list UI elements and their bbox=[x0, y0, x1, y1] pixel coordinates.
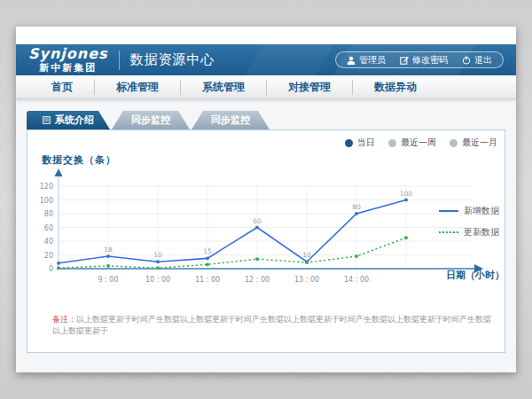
x-tick-label: 11 : 00 bbox=[195, 276, 220, 284]
x-tick-label: 10 : 00 bbox=[145, 276, 170, 284]
legend-item-new-data[interactable]: 新增数据 bbox=[439, 205, 499, 217]
logout-label: 退出 bbox=[474, 54, 492, 66]
y-tick-label: 120 bbox=[40, 183, 53, 191]
legend-item-updated-data[interactable]: 更新数据 bbox=[439, 226, 499, 239]
edit-icon bbox=[400, 56, 409, 65]
legend-label: 新增数据 bbox=[464, 205, 499, 217]
content-area: 系统介绍 同步监控 同步监控 当日 最近一周 bbox=[16, 99, 516, 372]
chart-legend: 新增数据 更新数据 bbox=[439, 205, 499, 247]
x-tick-label: 9 : 00 bbox=[98, 276, 118, 284]
brand-logo: Synjones 新中新集团 bbox=[28, 47, 108, 73]
header-divider bbox=[119, 51, 120, 70]
data-point bbox=[57, 267, 59, 270]
data-point-label: 18 bbox=[104, 246, 113, 254]
tab-label: 系统介绍 bbox=[55, 113, 94, 127]
data-point bbox=[404, 199, 407, 201]
nav-item-home[interactable]: 首页 bbox=[30, 80, 94, 95]
admin-menu-button[interactable]: 管理员 bbox=[340, 54, 393, 66]
data-point bbox=[206, 257, 208, 260]
data-point bbox=[206, 263, 208, 266]
brand-wordmark: Synjones bbox=[28, 47, 108, 61]
footnote-prefix: 备注： bbox=[52, 315, 76, 324]
data-point-label: 10 bbox=[302, 251, 311, 259]
y-tick-label: 20 bbox=[44, 252, 53, 260]
nav-item-system-management[interactable]: 系统管理 bbox=[180, 80, 266, 95]
nav-item-data-changes[interactable]: 数据异动 bbox=[352, 80, 438, 95]
y-tick-label: 60 bbox=[44, 224, 53, 232]
top-strip bbox=[16, 27, 516, 44]
data-point bbox=[305, 261, 308, 263]
data-point-label: 80 bbox=[352, 203, 361, 211]
nav-item-interface-management[interactable]: 对接管理 bbox=[266, 80, 352, 95]
logout-button[interactable]: 退出 bbox=[455, 54, 499, 66]
user-toolbar: 管理员 修改密码 退出 bbox=[335, 51, 504, 68]
legend-label: 更新数据 bbox=[464, 226, 499, 239]
footnote: 备注：以上数据更新于时间产生数据以上数据更新于时间产生数据以上数据更新于时间产生… bbox=[52, 314, 497, 336]
tab-system-intro[interactable]: 系统介绍 bbox=[27, 111, 110, 129]
data-point bbox=[355, 254, 357, 257]
change-password-label: 修改密码 bbox=[412, 54, 448, 66]
data-point-label: 10 bbox=[153, 251, 162, 259]
data-point bbox=[106, 254, 109, 257]
y-tick-label: 40 bbox=[44, 238, 53, 246]
form-icon bbox=[43, 116, 51, 124]
change-password-button[interactable]: 修改密码 bbox=[393, 54, 455, 66]
data-point bbox=[106, 264, 109, 267]
line-chart: 0204060801001209 : 0010 : 0011 : 0012 : … bbox=[27, 130, 505, 294]
footnote-text: 以上数据更新于时间产生数据以上数据更新于时间产生数据以上数据更新于时间产生数据以… bbox=[52, 315, 491, 335]
app-title: 数据资源中心 bbox=[130, 51, 215, 68]
y-tick-label: 0 bbox=[49, 265, 53, 273]
logout-icon bbox=[462, 56, 471, 65]
arrow-up-icon bbox=[55, 168, 63, 176]
desktop-background: Synjones 新中新集团 数据资源中心 管理员 修改密码 bbox=[0, 0, 532, 399]
data-point bbox=[57, 262, 59, 264]
tab-label: 同步监控 bbox=[131, 113, 170, 127]
app-window: Synjones 新中新集团 数据资源中心 管理员 修改密码 bbox=[16, 27, 516, 372]
x-tick-label: 13 : 00 bbox=[294, 276, 319, 284]
data-point bbox=[404, 236, 407, 239]
nav-item-standard-management[interactable]: 标准管理 bbox=[94, 80, 180, 95]
tab-sync-monitor-1[interactable]: 同步监控 bbox=[112, 111, 190, 129]
data-point bbox=[355, 212, 357, 215]
data-point bbox=[156, 267, 159, 270]
x-axis-title: 日期（小时） bbox=[446, 269, 505, 282]
x-tick-label: 12 : 00 bbox=[245, 276, 270, 284]
data-point bbox=[255, 226, 258, 229]
data-point-label: 15 bbox=[203, 247, 212, 255]
y-tick-label: 100 bbox=[40, 197, 53, 205]
brand-chinese-name: 新中新集团 bbox=[28, 63, 108, 73]
solid-line-swatch bbox=[439, 210, 458, 212]
data-point-label: 60 bbox=[253, 217, 262, 225]
app-header: Synjones 新中新集团 数据资源中心 管理员 修改密码 bbox=[16, 44, 516, 75]
data-point bbox=[255, 257, 258, 260]
data-point-label: 100 bbox=[400, 190, 413, 198]
tab-label: 同步监控 bbox=[211, 113, 250, 127]
x-tick-label: 14 : 00 bbox=[344, 276, 369, 284]
tab-sync-monitor-2[interactable]: 同步监控 bbox=[192, 111, 270, 129]
chart-panel: 当日 最近一周 最近一月 数据交换（条） 0204060801001209 : … bbox=[27, 129, 505, 353]
dotted-line-swatch bbox=[439, 231, 458, 233]
main-navigation: 首页 标准管理 系统管理 对接管理 数据异动 bbox=[16, 75, 516, 99]
tab-bar: 系统介绍 同步监控 同步监控 bbox=[27, 111, 505, 129]
data-point bbox=[156, 261, 159, 263]
admin-label: 管理员 bbox=[359, 54, 386, 66]
user-icon bbox=[347, 56, 356, 65]
y-tick-label: 80 bbox=[44, 210, 53, 218]
